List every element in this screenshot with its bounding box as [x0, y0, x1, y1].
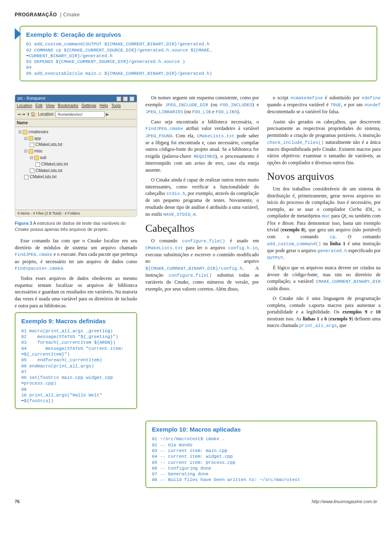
file-icon	[36, 162, 40, 167]
mid-p1: Os nomes seguem um esquema consistente, …	[145, 94, 259, 115]
location-label: Location:	[38, 112, 55, 116]
example8-code: 01 add_custom_command(OUTPUT ${CMAKE_CUR…	[26, 41, 371, 76]
figure3-caption: Figura 3 A estrutura de dados de teste d…	[15, 220, 137, 233]
right-p1: o script #cmakedefine é substituído por …	[267, 94, 381, 115]
file-icon	[30, 143, 34, 147]
folder-icon	[29, 136, 33, 141]
figure-titlebar: src - Konqueror _ □ ×	[15, 95, 137, 102]
header-sub: | Cmake	[60, 12, 80, 18]
example10-box: Exemplo 10: Macros aplicadas 01 ~/src/ma…	[145, 421, 377, 488]
left-p2: Todos esses arquivos de dados obedecem a…	[15, 275, 137, 309]
figure-toolbar: ⬅ ➡ ⬆ 🏠 Location: /home/alex/src/ ▶	[15, 110, 137, 119]
heading-novos: Novos arquivos	[267, 169, 381, 184]
example10-code: 01 ~/src/macrotest$ cmake . 02 -- Ola mu…	[152, 436, 371, 483]
folder-icon	[34, 156, 39, 160]
right-p2: Assim são gerados os cabeçalhos, que des…	[267, 119, 381, 166]
figure-statusbar: 8 Items - 4 Files (2 B Total) - 4 Folder…	[15, 210, 137, 217]
header-section: PROGRAMAÇÃO	[15, 12, 57, 18]
file-icon	[30, 168, 34, 173]
example8-title: Exemplo 8: Geração de arquivos	[26, 31, 371, 39]
minimize-icon: _	[116, 96, 121, 101]
example9-box: Exemplo 9: Macros definidas 01 macro(pri…	[15, 312, 137, 409]
footer-url: http://www.linuxmagazine.com.br	[312, 499, 377, 505]
mid-p2: Caso seja encontrada a biblioteca necess…	[145, 119, 259, 173]
example9-code: 01 macro(print_all_args _greeting) 02 me…	[21, 328, 131, 404]
figure-tree: ⊟ cmakevars ⊟ app CMakeLists.txt ⊟ misc …	[15, 127, 137, 182]
file-icon	[24, 175, 29, 179]
page-header: PROGRAMAÇÃO | Cmake	[15, 11, 377, 18]
close-icon: ×	[129, 96, 134, 101]
arrow-icon	[15, 28, 21, 40]
middle-column: Os nomes seguem um esquema consistente, …	[145, 94, 259, 415]
folder-icon	[29, 149, 33, 154]
right-p3: Um dos trabalhos consideráveis de um sis…	[267, 186, 381, 261]
right-p4: É lógico que os arquivos nunca devem ser…	[267, 264, 381, 292]
example10-title: Exemplo 10: Macros aplicadas	[152, 425, 371, 434]
left-p1: Esse comando faz com que o Cmake localiz…	[15, 237, 137, 272]
name-column-header: Name	[15, 119, 137, 127]
page-number: 76	[15, 499, 20, 505]
right-p5: O Cmake não é uma linguagem de programaç…	[267, 295, 381, 329]
figure3-window: src - Konqueror _ □ × LocationEditViewBo…	[15, 94, 137, 217]
example8-box: Exemplo 8: Geração de arquivos 01 add_cu…	[20, 26, 377, 81]
heading-cabecalhos: Cabeçalhos	[145, 221, 259, 236]
page-footer: 76 http://www.linuxmagazine.com.br	[15, 499, 377, 505]
mid-p4: O comando configure_file() é usado em CM…	[145, 237, 259, 293]
mid-p3: O Cmake ainda é capaz de realizar outros…	[145, 177, 259, 218]
folder-icon	[23, 130, 27, 134]
left-column: src - Konqueror _ □ × LocationEditViewBo…	[15, 94, 137, 415]
figure-menubar: LocationEditViewBookmarksSettingsHelpToo…	[15, 102, 137, 110]
example9-title: Exemplo 9: Macros definidas	[21, 317, 131, 326]
maximize-icon: □	[123, 96, 128, 101]
location-input: /home/alex/src/	[56, 111, 105, 118]
right-column: o script #cmakedefine é substituído por …	[267, 94, 381, 415]
